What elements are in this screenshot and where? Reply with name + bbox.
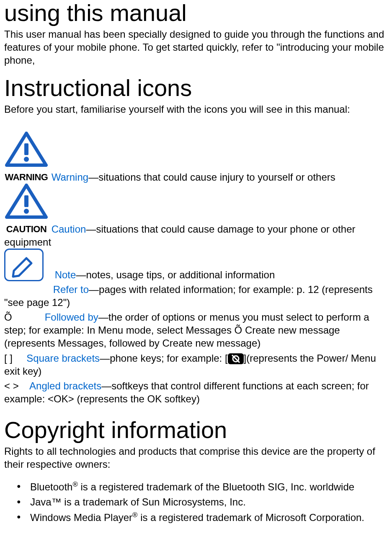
square-brackets-label: Square brackets [26,352,100,364]
svg-point-2 [24,157,29,162]
followed-by-prefix: Õ [4,311,42,324]
list-item: Windows Media Player® is a registered tr… [17,510,388,525]
trademark-list: Bluetooth® is a registered trademark of … [4,479,388,525]
angled-brackets-row: < > Angled brackets—softkeys that contro… [4,379,388,405]
angled-brackets-label: Angled brackets [29,380,101,391]
bluetooth-text-before: Bluetooth [30,481,72,492]
intro-copyright-text: Rights to all technologies and products … [4,445,388,471]
note-icon [4,249,44,281]
warning-row: WARNING Warning—situations that could ca… [4,132,388,184]
note-label: Note [55,269,76,280]
wmp-text-after: is a registered trademark of Microsoft C… [137,512,364,523]
bluetooth-sup: ® [72,480,77,488]
wmp-text-before: Windows Media Player [30,512,132,523]
square-brackets-row: [ ] Square brackets—phone keys; for exam… [4,352,388,378]
intro-instructional-text: Before you start, familiarise yourself w… [4,103,388,116]
square-brackets-prefix: [ ] [4,352,13,364]
bluetooth-text-after: is a registered trademark of the Bluetoo… [78,481,354,492]
note-row: Note—notes, usage tips, or additional in… [4,249,388,281]
warning-desc: —situations that could cause injury to y… [88,171,335,183]
refer-to-row: Refer to—pages with related information;… [4,283,388,309]
heading-copyright: Copyright information [4,417,388,443]
list-item: Bluetooth® is a registered trademark of … [17,479,388,495]
power-key-icon [228,353,244,364]
svg-rect-4 [24,195,28,207]
svg-point-5 [24,209,29,214]
warning-icon: WARNING [4,132,49,184]
warning-label: Warning [52,171,88,183]
followed-by-row: Õ Followed by—the order of options or me… [4,311,388,350]
heading-instructional-icons: Instructional icons [4,75,388,101]
angled-brackets-prefix: < > [4,380,19,391]
warning-icon-caption: WARNING [4,171,49,184]
followed-by-label: Followed by [45,311,98,323]
wmp-sup: ® [132,511,137,519]
caution-label: Caution [52,223,86,234]
caution-icon: CAUTION [4,184,49,236]
intro-using-text: This user manual has been specially desi… [4,28,388,67]
heading-using-this-manual: using this manual [4,0,388,26]
caution-row: CAUTION Caution—situations that could ca… [4,184,388,249]
square-brackets-desc-before: —phone keys; for example: [ [100,352,227,364]
list-item: Java™ is a trademark of Sun Microsystems… [17,495,388,510]
svg-rect-1 [24,143,28,155]
refer-to-label: Refer to [53,284,89,295]
caution-icon-caption: CAUTION [4,223,49,236]
note-desc: —notes, usage tips, or additional inform… [76,269,275,280]
